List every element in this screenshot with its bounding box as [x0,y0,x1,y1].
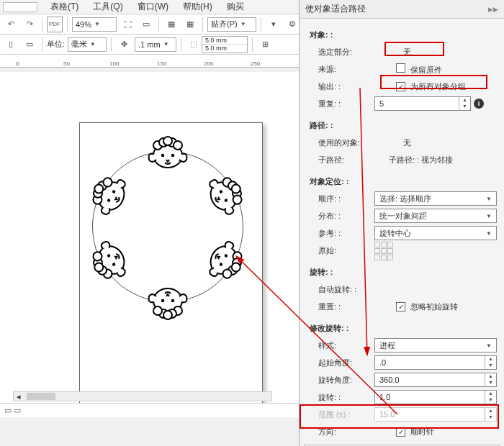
cw-checkbox[interactable]: ✓ [396,427,405,437]
path-section: 路径: : [310,120,333,131]
page-land-icon[interactable]: ▭ [22,37,37,53]
view-full-icon[interactable]: ⛶ [120,17,135,32]
redo-icon[interactable]: ↷ [22,17,37,32]
keep-original-checkbox[interactable] [396,63,405,73]
nudge-field[interactable]: .1 mm▼ [135,37,176,52]
unit-label: 单位: [47,39,65,50]
pdf-icon[interactable]: PDF [47,17,63,32]
status-bar: ▭ ▭ [0,403,299,417]
unit-combo[interactable]: 毫米▼ [68,37,107,52]
repeat-value: 5 [375,99,459,108]
repeat-label: 重复: : [310,99,374,109]
reset-label: 重置: : [310,301,374,312]
repeat-input[interactable]: 5▲▼ [374,96,471,111]
menu-buy[interactable]: 购买 [220,1,251,13]
chevron-down-icon: ▼ [240,21,246,27]
zoom-combo[interactable]: 49%▼ [72,17,117,32]
chevron-down-icon: ▼ [486,213,492,219]
group-all-checkbox[interactable]: ✓ [396,82,405,91]
page-icon[interactable]: ▯ [3,37,19,53]
undo-icon[interactable]: ↶ [3,17,19,32]
style-select[interactable]: 进程▼ [374,338,497,352]
output-label: 输出: : [310,81,374,92]
grid-icon[interactable]: ▦ [163,17,179,32]
file-tab[interactable] [3,2,37,12]
chevron-down-icon: ▼ [486,230,492,237]
rot-angle-input[interactable]: 360.0▲▼ [374,373,497,387]
rot-angle-label: 旋转角度: [310,375,374,386]
menu-tables[interactable]: 表格(T) [43,1,86,13]
menu-tools[interactable]: 工具(Q) [86,1,130,13]
orig-grid-icon[interactable] [374,240,497,260]
nudge-value: .1 mm [138,40,161,49]
chevron-down-icon: ▼ [163,41,169,47]
order-label: 顺序: : [310,194,374,204]
range-value: 15.0 [375,410,485,419]
scrollbar-horizontal[interactable]: ◂ [13,391,272,401]
view-fit-icon[interactable]: ▭ [138,17,154,32]
subpath-value: 子路径: : 视为邻接 [374,155,497,165]
chevron-down-icon: ▼ [90,41,96,47]
dup-y: 5.0 mm [205,45,227,52]
start-angle-value: .0 [375,358,485,367]
align-label: 贴齐(P) [211,19,238,29]
menu-window[interactable]: 窗口(W) [130,1,176,13]
used-label: 使用的对象: [310,137,374,148]
dist-select[interactable]: 统一对象间距▼ [374,209,497,223]
rotate-section: 旋转: : [310,267,333,278]
auto-rotate-label: 自动旋转: : [310,284,374,295]
rot-value: 1.0 [375,393,485,401]
ref-value: 旋转中心 [379,228,411,239]
range-input: 15.0▲▼ [374,407,497,422]
orig-label: 原始: [310,245,374,256]
nudge-icon[interactable]: ✥ [116,37,132,53]
chevron-down-icon: ▼ [486,342,492,349]
object-section: 对象: : [310,29,333,40]
panel-title: 使对象适合路径 [305,3,366,15]
svg-point-31 [161,299,164,302]
options-icon[interactable]: ⚙ [284,17,300,32]
panel-expand-icon[interactable]: ▶▶ [488,6,498,13]
grid2-icon[interactable]: ▦ [182,17,198,32]
sheep-1[interactable] [146,135,189,171]
dropdown-icon[interactable]: ▾ [266,17,282,32]
ref-label: 参考: : [310,228,374,239]
group-all-label: 为所有对象分组 [410,82,466,91]
rot-angle-value: 360.0 [375,376,485,384]
canvas[interactable]: ◂ ▭ ▭ [0,72,299,417]
duplicate-offset-fields[interactable]: 5.0 mm 5.0 mm [202,36,248,53]
svg-point-29 [163,311,172,319]
mod-section: 修改旋转: : [310,323,348,334]
duplicate-offset-icon: ⬚ [186,37,202,53]
svg-point-4 [174,141,182,150]
selected-value: 无 [374,47,497,58]
svg-point-7 [171,154,174,157]
ignore-init-label: 忽略初始旋转 [410,302,458,311]
dir-label: 方向: [310,427,374,437]
unit-value: 毫米 [71,39,87,50]
ignore-init-checkbox[interactable]: ✓ [396,302,405,311]
dist-label: 分布: : [310,211,374,222]
rot-label: 旋转: : [310,392,374,403]
order-select[interactable]: 选择: 选择顺序▼ [374,191,497,206]
align-combo[interactable]: 贴齐(P)▼ [207,17,256,32]
ref-select[interactable]: 旋转中心▼ [374,226,497,240]
subpath-label: 子路径: [310,155,374,165]
chevron-down-icon: ▼ [486,196,492,202]
style-label: 样式: [310,340,374,351]
order-value: 选择: 选择顺序 [379,194,431,204]
info-icon[interactable]: i [474,99,484,109]
start-angle-input[interactable]: .0▲▼ [374,355,497,370]
svg-point-6 [161,154,164,157]
svg-point-5 [163,137,172,145]
sheep-4[interactable] [146,285,189,321]
keep-original-label: 保留原件 [410,65,442,74]
svg-point-28 [153,306,162,315]
menu-help[interactable]: 帮助(H) [176,1,220,13]
source-label: 来源: [310,64,374,75]
rot-input[interactable]: 1.0▲▼ [374,390,497,404]
range-label: 范围 (±) : [310,409,374,420]
align-tool-icon[interactable]: ⊞ [257,37,273,53]
position-section: 对象定位: : [310,176,348,187]
svg-point-30 [171,299,174,302]
